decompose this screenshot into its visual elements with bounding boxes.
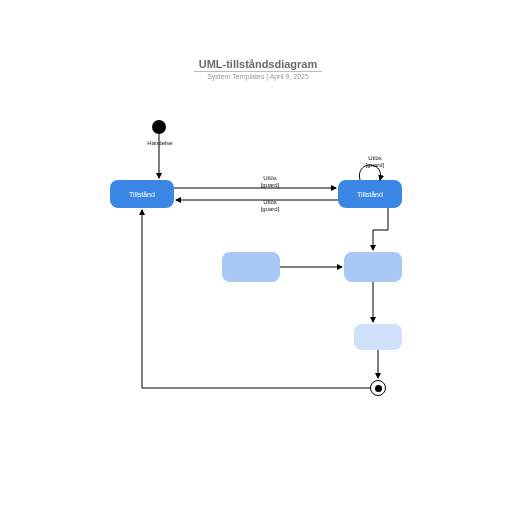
transition-label-top: Utlös [guard] [250, 175, 290, 189]
final-state-node[interactable] [370, 380, 386, 396]
initial-state-node[interactable] [152, 120, 166, 134]
transition-label-self: Utlös [guard] [355, 155, 395, 169]
diagram-subtitle: System Templates | April 9, 2025 [0, 73, 516, 80]
state-node-2[interactable]: Tillstånd [338, 180, 402, 208]
transition-label-bottom: Utlös [guard] [250, 199, 290, 213]
state-node-1[interactable]: Tillstånd [110, 180, 174, 208]
state-node-1-label: Tillstånd [129, 191, 155, 198]
state-node-4[interactable] [344, 252, 402, 282]
state-node-5[interactable] [354, 324, 402, 350]
initial-event-label: Händelse [140, 140, 180, 147]
diagram-title: UML-tillståndsdiagram [0, 58, 516, 70]
state-node-3[interactable] [222, 252, 280, 282]
title-underline [194, 71, 322, 72]
state-node-2-label: Tillstånd [357, 191, 383, 198]
diagram-canvas: UML-tillståndsdiagram System Templates |… [0, 0, 516, 516]
